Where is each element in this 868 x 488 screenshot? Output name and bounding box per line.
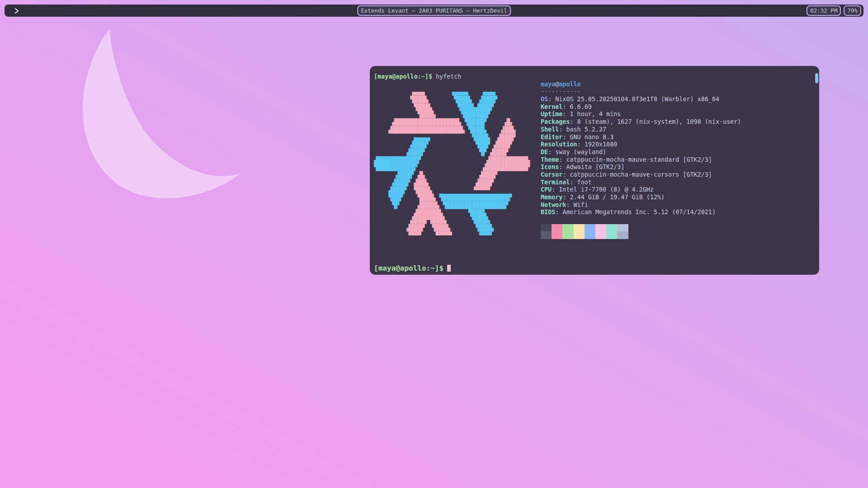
fetch-entry: Icons: Adwaita [GTK2/3] xyxy=(541,164,741,171)
battery-widget[interactable]: 79% xyxy=(844,5,861,16)
fetch-entry-label: Uptime xyxy=(541,111,562,117)
fetch-entry-value: : American Megatrends Inc. 5.12 (07/14/2… xyxy=(555,209,716,216)
logo-line: ▟█████████████████▙ ▜████▛ ▟▙ xyxy=(374,118,530,126)
color-swatch xyxy=(562,231,573,239)
fetch-entry: Uptime: 1 hour, 4 mins xyxy=(541,111,741,118)
fetch-entry-value: : catppuccin-mocha-mauve-cursors [GTK2/3… xyxy=(562,171,712,178)
logo-line: ▟██████▙ ▜███▙ xyxy=(374,209,530,217)
fetch-info: maya@apollo-----------OS: NixOS 25.05.20… xyxy=(541,81,741,239)
logo-line: ▜███▙ ▜███▙ ▟███▛ xyxy=(374,96,530,103)
color-swatch xyxy=(552,231,562,239)
logo-line: ▟███▛ ▟▙ ▟███▛ xyxy=(374,171,530,179)
color-swatch xyxy=(552,224,562,232)
color-swatch xyxy=(574,231,585,239)
fetch-entry: DE: sway (wayland) xyxy=(541,149,741,156)
logo-line: ▗▄▄▄ ▗▄▄▄▄ ▄▄▄▖ xyxy=(374,88,530,96)
fetch-entry-value: : bash 5.2.37 xyxy=(559,126,606,133)
fetch-entry: Shell: bash 5.2.37 xyxy=(541,126,741,134)
logo-line: ▟███████████████████▙ ▜███▙ ▟██▙ xyxy=(374,126,530,134)
fetch-entry-value: : GNU nano 8.3 xyxy=(562,134,613,141)
fetch-entry-label: Resolution xyxy=(541,141,577,148)
color-swatch xyxy=(595,231,606,239)
nixos-logo-ascii: ▗▄▄▄ ▗▄▄▄▄ ▄▄▄▖ ▜███▙ ▜███▙ ▟███▛ ▜███▙ … xyxy=(374,88,530,239)
shell-prompt: [maya@apollo:~]$ xyxy=(374,73,432,80)
fetch-underline: ----------- xyxy=(541,88,741,96)
color-swatch xyxy=(606,224,617,232)
fetch-entry-value: : foot xyxy=(570,179,592,186)
fetch-entry: Resolution: 868x488 xyxy=(541,141,741,149)
color-swatch xyxy=(617,231,628,239)
prompt-line-bottom: [maya@apollo:~]$ xyxy=(374,265,451,272)
logo-line: ▟███▛ ▜██▛ ▟███▛ xyxy=(374,141,530,149)
color-swatch xyxy=(541,231,552,239)
fetch-entry-label: Memory xyxy=(541,194,562,201)
bar-expand-button[interactable] xyxy=(14,5,19,17)
fetch-entry-label: Packages xyxy=(541,118,570,125)
fetch-entry: Kernel: 6.6.69 xyxy=(541,103,741,111)
fetch-entry-label: Network xyxy=(541,202,566,208)
fetch-entry: CPU: Intel i7-7700 (8) @ 4.2GHz xyxy=(541,186,741,194)
color-swatch xyxy=(617,224,628,232)
fetch-entry-value: : catppuccin-mocha-mauve-standard [GTK2/… xyxy=(559,156,712,163)
color-swatch xyxy=(585,224,595,232)
fetch-entry-label: OS xyxy=(541,96,548,103)
logo-line: ▜███▙ ▜██████▛ xyxy=(374,111,530,118)
color-swatch xyxy=(595,224,606,232)
logo-line: ▄▄▄▄▖ ▜███▙ ▟███▛ xyxy=(374,134,530,141)
fetch-entry-value: : 868x488 xyxy=(577,141,618,148)
fetch-entry-value: : Wifi xyxy=(566,202,588,208)
fetch-entry-value: : 8 (steam), 1627 (nix-system), 1098 (ni… xyxy=(570,118,741,125)
fetch-entry-label: Cursor xyxy=(541,171,562,178)
fetch-entry-label: Icons xyxy=(541,164,559,170)
now-playing-widget[interactable]: Extends Levant – 2A03 PURITANS – HertzDe… xyxy=(357,5,511,16)
color-swatch xyxy=(541,224,552,232)
desktop: { "colors": { "wallpaper_from": "#f89df1… xyxy=(0,0,868,488)
logo-line: ▟███▛ ▜███▙ ▜███▙ xyxy=(374,224,530,232)
clock-widget[interactable]: 02:32 PM xyxy=(807,5,841,16)
color-swatch xyxy=(606,231,617,239)
color-swatch xyxy=(585,231,595,239)
hyfetch-output: ▗▄▄▄ ▗▄▄▄▄ ▄▄▄▖ ▜███▙ ▜███▙ ▟███▛ ▜███▙ … xyxy=(374,81,815,239)
chevron-right-icon xyxy=(14,8,19,14)
terminal-content: [maya@apollo:~]$hyfetch ▗▄▄▄ ▗▄▄▄▄ ▄▄▄▖ … xyxy=(370,66,819,275)
logo-line: ▟███▛ ▜▛ ▟███▛ xyxy=(374,149,530,156)
bar-right-modules: 02:32 PM 79% xyxy=(807,5,861,16)
logo-line: ▜███▙ ▜███▙▟███▛ xyxy=(374,103,530,111)
fetch-entry: Theme: catppuccin-mocha-mauve-standard [… xyxy=(541,156,741,164)
fetch-entry-label: Theme xyxy=(541,156,559,163)
palette-row xyxy=(541,224,741,232)
fetch-entry: BIOS: American Megatrends Inc. 5.12 (07/… xyxy=(541,209,741,216)
logo-line: ▝▀▀▀ ▀▀▀▀▘ ▀▀▀▘ xyxy=(374,232,530,239)
fetch-entry-label: Kernel xyxy=(541,103,562,110)
color-swatch xyxy=(574,224,585,232)
scrollbar-thumb[interactable] xyxy=(815,73,818,83)
moon-shape xyxy=(83,29,241,198)
logo-line: ▜██▛ ▜███▙ ▜██████████████████▛ xyxy=(374,194,530,202)
terminal-window[interactable]: [maya@apollo:~]$hyfetch ▗▄▄▄ ▗▄▄▄▄ ▄▄▄▖ … xyxy=(370,66,819,275)
fetch-entry-label: Shell xyxy=(541,126,559,133)
command-text: hyfetch xyxy=(432,73,461,80)
color-palette xyxy=(541,224,741,239)
shell-prompt: [maya@apollo:~]$ xyxy=(374,264,443,272)
logo-line: ▜██████████▛ ▟███████████▛ xyxy=(374,164,530,171)
fetch-entry-label: BIOS xyxy=(541,209,555,216)
fetch-entry-label: CPU xyxy=(541,186,552,193)
prompt-line: [maya@apollo:~]$hyfetch xyxy=(374,73,815,81)
fetch-entry: Packages: 8 (steam), 1627 (nix-system), … xyxy=(541,118,741,126)
fetch-title: maya@apollo xyxy=(541,81,741,89)
fetch-entry: Memory: 2.44 GiB / 19.47 GiB (12%) xyxy=(541,194,741,202)
color-swatch xyxy=(562,224,573,232)
terminal-cursor xyxy=(447,265,451,272)
status-bar: Extends Levant – 2A03 PURITANS – HertzDe… xyxy=(5,5,863,17)
fetch-entry-value: : 2.44 GiB / 19.47 GiB (12%) xyxy=(562,194,665,201)
fetch-entry-label: Terminal xyxy=(541,179,570,186)
fetch-entry-value: : NixOS 25.05.20250104.8f3e1f8 (Warbler)… xyxy=(548,96,719,103)
fetch-entry-value: : Intel i7-7700 (8) @ 4.2GHz xyxy=(552,186,654,193)
fetch-entry-value: : 1 hour, 4 mins xyxy=(562,111,621,117)
fetch-entry: Network: Wifi xyxy=(541,202,741,209)
logo-line: ▜▛ ▟████▙ ▜████████████████▛ xyxy=(374,202,530,209)
logo-line: ▟███▛ ▜███▙ ▝▀▀▀▀ xyxy=(374,187,530,194)
logo-line: ▟███████████▛ ▟██████████▙ xyxy=(374,156,530,164)
fetch-entry: OS: NixOS 25.05.20250104.8f3e1f8 (Warble… xyxy=(541,96,741,103)
fetch-entry-label: DE xyxy=(541,149,548,155)
